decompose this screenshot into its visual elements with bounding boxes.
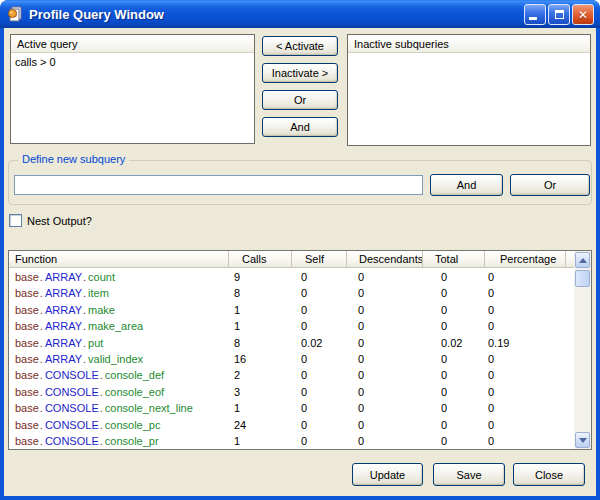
- active-query-list[interactable]: Active query calls > 0: [10, 34, 255, 144]
- window-title: Profile Query Window: [29, 7, 164, 22]
- cell-self: 0.02: [291, 335, 346, 351]
- column-header-calls[interactable]: Calls: [228, 251, 291, 267]
- table-row[interactable]: base.CONSOLE.console_def20000: [9, 367, 574, 383]
- column-header-function[interactable]: Function: [9, 251, 228, 267]
- title-bar[interactable]: Profile Query Window ✕: [0, 0, 600, 28]
- minimize-button[interactable]: [524, 4, 546, 25]
- arrow-down-icon: [579, 438, 587, 443]
- table-row[interactable]: base.ARRAY.make_area10000: [9, 318, 574, 334]
- cell-calls: 8: [228, 335, 291, 351]
- cell-self: 0: [291, 302, 346, 318]
- table-row[interactable]: base.CONSOLE.console_pr10000: [9, 433, 574, 449]
- function-name: base.ARRAY.item: [9, 285, 228, 301]
- cell-pct: 0: [484, 367, 565, 383]
- cell-pct: 0: [484, 269, 565, 285]
- table-row[interactable]: base.ARRAY.valid_index160000: [9, 351, 574, 367]
- update-button[interactable]: Update: [352, 463, 423, 486]
- cell-pct: 0: [484, 351, 565, 367]
- cell-calls: 1: [228, 318, 291, 334]
- table-row[interactable]: base.CONSOLE.console_eof30000: [9, 384, 574, 400]
- cell-calls: 1: [228, 400, 291, 416]
- cell-self: 0: [291, 269, 346, 285]
- function-name: base.CONSOLE.console_next_line: [9, 400, 228, 416]
- results-table: Function Calls Self Descendants Total Pe…: [8, 250, 592, 450]
- maximize-button[interactable]: [548, 4, 570, 25]
- cell-total: 0: [422, 367, 484, 383]
- cell-calls: 3: [228, 384, 291, 400]
- table-rows: base.ARRAY.count90000base.ARRAY.item8000…: [9, 269, 574, 449]
- and-transfer-button[interactable]: And: [262, 117, 338, 137]
- cell-desc: 0: [346, 302, 422, 318]
- cell-total: 0: [422, 302, 484, 318]
- table-row[interactable]: base.ARRAY.count90000: [9, 269, 574, 285]
- function-name: base.CONSOLE.console_def: [9, 367, 228, 383]
- cell-total: 0: [422, 384, 484, 400]
- active-query-body[interactable]: calls > 0: [11, 54, 254, 143]
- cell-self: 0: [291, 384, 346, 400]
- activate-button[interactable]: < Activate: [262, 36, 338, 56]
- cell-pct: 0: [484, 302, 565, 318]
- inactive-subqueries-header: Inactive subqueries: [348, 35, 590, 53]
- nest-output-label: Nest Output?: [27, 215, 92, 227]
- inactive-subqueries-body[interactable]: [348, 54, 590, 145]
- cell-total: 0: [422, 400, 484, 416]
- cell-self: 0: [291, 417, 346, 433]
- cell-pct: 0.19: [484, 335, 565, 351]
- cell-desc: 0: [346, 318, 422, 334]
- table-row[interactable]: base.ARRAY.put80.0200.020.19: [9, 335, 574, 351]
- scroll-up-button[interactable]: [575, 252, 590, 268]
- cell-desc: 0: [346, 367, 422, 383]
- column-header-percentage[interactable]: Percentage: [484, 251, 565, 267]
- cell-self: 0: [291, 433, 346, 449]
- close-button[interactable]: ✕: [572, 4, 594, 25]
- function-name: base.ARRAY.make_area: [9, 318, 228, 334]
- scroll-down-button[interactable]: [575, 432, 590, 448]
- and-subquery-button[interactable]: And: [430, 174, 503, 196]
- cell-total: 0.02: [422, 335, 484, 351]
- cell-total: 0: [422, 269, 484, 285]
- cell-pct: 0: [484, 417, 565, 433]
- table-row[interactable]: base.ARRAY.make10000: [9, 302, 574, 318]
- inactive-subqueries-list[interactable]: Inactive subqueries: [347, 34, 591, 146]
- nest-output-checkbox[interactable]: [9, 214, 22, 227]
- close-icon: ✕: [578, 9, 588, 21]
- cell-self: 0: [291, 351, 346, 367]
- cell-calls: 16: [228, 351, 291, 367]
- column-header-self[interactable]: Self: [291, 251, 346, 267]
- cell-pct: 0: [484, 318, 565, 334]
- minimize-icon: [529, 17, 537, 20]
- cell-self: 0: [291, 285, 346, 301]
- cell-calls: 1: [228, 302, 291, 318]
- cell-self: 0: [291, 400, 346, 416]
- scrollbar-thumb[interactable]: [575, 270, 590, 287]
- function-name: base.CONSOLE.console_pr: [9, 433, 228, 449]
- function-name: base.ARRAY.count: [9, 269, 228, 285]
- table-row[interactable]: base.CONSOLE.console_pc240000: [9, 417, 574, 433]
- column-header-descendants[interactable]: Descendants: [346, 251, 422, 267]
- app-icon: [7, 6, 23, 22]
- or-transfer-button[interactable]: Or: [262, 90, 338, 110]
- active-query-item[interactable]: calls > 0: [11, 54, 254, 68]
- define-subquery-label: Define new subquery: [18, 153, 129, 165]
- subquery-input[interactable]: [14, 175, 423, 195]
- cell-total: 0: [422, 318, 484, 334]
- save-button[interactable]: Save: [433, 463, 505, 486]
- arrow-up-icon: [579, 258, 587, 263]
- cell-desc: 0: [346, 285, 422, 301]
- inactivate-button[interactable]: Inactivate >: [262, 63, 338, 83]
- column-header-filler: [565, 251, 574, 267]
- or-subquery-button[interactable]: Or: [510, 174, 590, 196]
- cell-calls: 24: [228, 417, 291, 433]
- table-row[interactable]: base.CONSOLE.console_next_line10000: [9, 400, 574, 416]
- vertical-scrollbar[interactable]: [574, 251, 591, 449]
- cell-desc: 0: [346, 384, 422, 400]
- function-name: base.ARRAY.put: [9, 335, 228, 351]
- cell-desc: 0: [346, 417, 422, 433]
- table-row[interactable]: base.ARRAY.item80000: [9, 285, 574, 301]
- cell-desc: 0: [346, 433, 422, 449]
- cell-calls: 8: [228, 285, 291, 301]
- close-dialog-button[interactable]: Close: [513, 463, 585, 486]
- cell-calls: 2: [228, 367, 291, 383]
- cell-desc: 0: [346, 335, 422, 351]
- column-header-total[interactable]: Total: [422, 251, 484, 267]
